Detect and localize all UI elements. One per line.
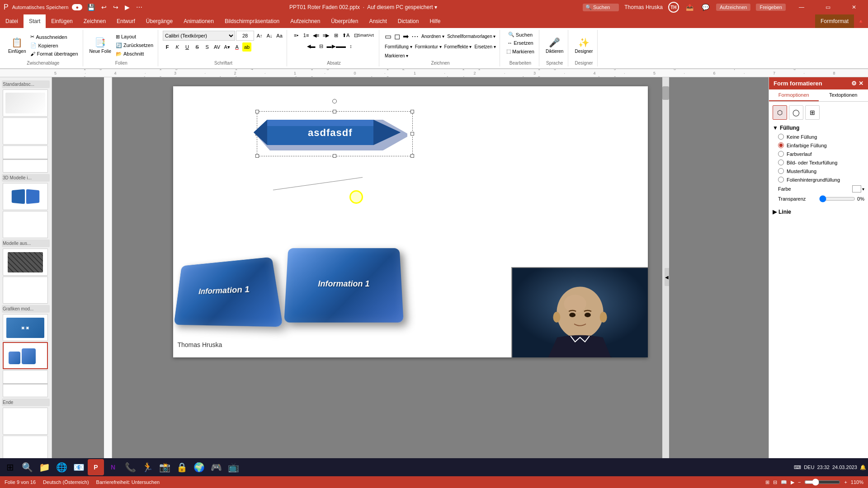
columns-button[interactable]: ⊞ <box>331 31 340 40</box>
mark-button[interactable]: Markieren ▾ <box>384 52 409 59</box>
numbering-button[interactable]: 1≡ <box>302 31 311 40</box>
rp-option-keine[interactable]: Keine Füllung <box>773 132 864 141</box>
view-reading-icon[interactable]: 📖 <box>781 479 787 485</box>
slide-thumb-4[interactable] <box>3 183 48 210</box>
bullets-button[interactable]: ≡• <box>292 31 301 40</box>
radio-bild[interactable] <box>778 160 784 165</box>
tab-uebergaenge[interactable]: Übergänge <box>141 14 178 28</box>
increase-indent-button[interactable]: ≡▶ <box>321 31 330 40</box>
zoom-slider[interactable] <box>804 479 840 486</box>
taskbar-powerpoint[interactable]: P <box>88 459 104 475</box>
shape-outline-button[interactable]: Formkontur ▾ <box>414 43 443 50</box>
tab-aufzeichnen[interactable]: Aufzeichnen <box>285 14 326 28</box>
taskbar-app1[interactable]: 🏃 <box>139 459 156 475</box>
qa-undo-icon[interactable]: ↩ <box>100 3 108 12</box>
tab-einfuegen[interactable]: Einfügen <box>46 14 78 28</box>
radio-farbverlauf[interactable] <box>778 151 784 157</box>
slide-thumb-3[interactable] <box>3 145 48 173</box>
view-slide-sorter-icon[interactable]: ⊟ <box>773 479 777 485</box>
slide-thumb-8[interactable]: ▣ ▣ <box>3 314 48 341</box>
new-slide-button[interactable]: 📑 Neue Folie <box>88 32 113 59</box>
shape-effects-button[interactable]: Formeffekte ▾ <box>443 43 473 50</box>
taskbar-onenote[interactable]: N <box>105 459 121 475</box>
transparenz-slider[interactable] <box>819 195 855 202</box>
tab-ueberpruefen[interactable]: Überprüfen <box>326 14 363 28</box>
quick-styles-button[interactable]: Schnellformatvorlagen ▾ <box>446 33 496 40</box>
farbe-dropdown-icon[interactable]: ▾ <box>862 187 864 192</box>
tab-hilfe[interactable]: Hilfe <box>424 14 446 28</box>
qa-save-icon[interactable]: 💾 <box>86 3 96 12</box>
right-panel-settings-icon[interactable]: ⚙ <box>851 80 857 87</box>
rp-tab-formoptionen[interactable]: Formoptionen <box>769 89 819 101</box>
tab-zeichnen[interactable]: Zeichnen <box>78 14 111 28</box>
record-btn[interactable]: Aufzeichnen <box>716 4 751 11</box>
comments-icon[interactable]: 💬 <box>700 3 711 12</box>
paste-button[interactable]: 📋 Einfügen <box>6 32 28 59</box>
cut-button[interactable]: ✂ Ausschneiden <box>28 33 80 41</box>
slide-thumb-2[interactable] <box>3 117 48 145</box>
taskbar-search[interactable]: 🔍 <box>19 459 35 475</box>
rp-option-folien[interactable]: Folienhintergrundfüllung <box>773 175 864 184</box>
handle-mr[interactable] <box>410 132 414 136</box>
slide-thumb-1[interactable] <box>3 89 48 117</box>
slide-thumb-7[interactable] <box>3 277 48 304</box>
shape-more[interactable]: ⋯ <box>410 31 420 42</box>
radio-keine[interactable] <box>778 134 784 140</box>
strikethrough-button[interactable]: S <box>193 42 202 52</box>
align-right-button[interactable]: ▬▶ <box>326 42 335 51</box>
bold-button[interactable]: F <box>163 42 172 52</box>
radio-folien[interactable] <box>778 177 784 183</box>
btn-3d-right[interactable]: Information 1 <box>284 248 404 323</box>
font-increase-icon[interactable]: A↑ <box>255 31 264 40</box>
replace-button[interactable]: Ersetzen ▾ <box>473 43 496 50</box>
line-spacing-button[interactable]: ↕ <box>346 42 355 51</box>
tab-datei[interactable]: Datei <box>0 14 24 28</box>
shape-arrow[interactable]: ➡ <box>402 31 410 42</box>
tab-entwurf[interactable]: Entwurf <box>111 14 141 28</box>
maximize-btn[interactable]: ▭ <box>817 0 838 14</box>
rp-icon-fill[interactable]: ⬡ <box>773 105 787 120</box>
rp-option-einfarbig[interactable]: Einfarbige Füllung <box>773 141 864 150</box>
rp-tab-textoptionen[interactable]: Textoptionen <box>819 89 868 101</box>
font-name-select[interactable]: Calibri (Textkörper) <box>163 31 235 41</box>
justify-button[interactable]: ▬▬ <box>336 42 345 51</box>
taskbar-mail[interactable]: 📧 <box>71 459 87 475</box>
handle-bl[interactable] <box>255 154 259 158</box>
share-icon[interactable]: 📤 <box>684 3 695 12</box>
taskbar-start[interactable]: ⊞ <box>2 459 18 475</box>
designer-button[interactable]: ✨ Designer <box>573 32 594 59</box>
shape-rect1[interactable]: ▭ <box>384 31 392 42</box>
taskbar-app6[interactable]: 📺 <box>225 459 241 475</box>
select-button[interactable]: ⬚ Markieren <box>505 47 536 55</box>
taskbar-files[interactable]: 📁 <box>36 459 52 475</box>
shadow-button[interactable]: S <box>203 42 212 52</box>
tab-start[interactable]: Start <box>24 14 46 28</box>
arrow-shape[interactable]: asdfasdf <box>254 113 407 152</box>
rp-section-linie-header[interactable]: ▶ Linie <box>773 207 864 216</box>
collapse-panel-btn[interactable]: ◀ <box>665 268 669 286</box>
farbe-color-picker[interactable] <box>852 185 861 192</box>
slide-thumb-11[interactable] <box>3 408 48 435</box>
text-direction-button[interactable]: ⬆A <box>341 31 350 40</box>
qa-redo-icon[interactable]: ↪ <box>112 3 120 12</box>
font-decrease-icon[interactable]: A↓ <box>265 31 274 40</box>
handle-br[interactable] <box>410 154 414 158</box>
zoom-out-icon[interactable]: − <box>798 479 801 485</box>
tab-ansicht[interactable]: Ansicht <box>363 14 392 28</box>
taskbar-app2[interactable]: 📸 <box>156 459 173 475</box>
italic-button[interactable]: K <box>173 42 182 52</box>
handle-tr[interactable] <box>410 110 414 113</box>
right-panel-close-icon[interactable]: ✕ <box>859 80 863 87</box>
search-bar[interactable]: 🔍 Suchen <box>583 4 619 11</box>
rotation-handle[interactable] <box>332 99 337 103</box>
wordart-button[interactable]: A▾ <box>222 42 231 52</box>
slide-thumb-6[interactable] <box>3 249 48 276</box>
reset-button[interactable]: 🔄 Zurücksetzen <box>114 42 155 49</box>
qa-present-icon[interactable]: ▶ <box>123 3 131 12</box>
font-color-button[interactable]: A <box>232 42 241 52</box>
tab-bildschirm[interactable]: Bildschirmpräsentation <box>219 14 285 28</box>
radio-muster[interactable] <box>778 168 784 174</box>
handle-bc[interactable] <box>333 154 336 158</box>
btn-3d-left[interactable]: Information 1 <box>174 257 283 327</box>
slide-canvas[interactable]: asdfasdf Information 1 Information 1 Tho… <box>173 86 648 357</box>
